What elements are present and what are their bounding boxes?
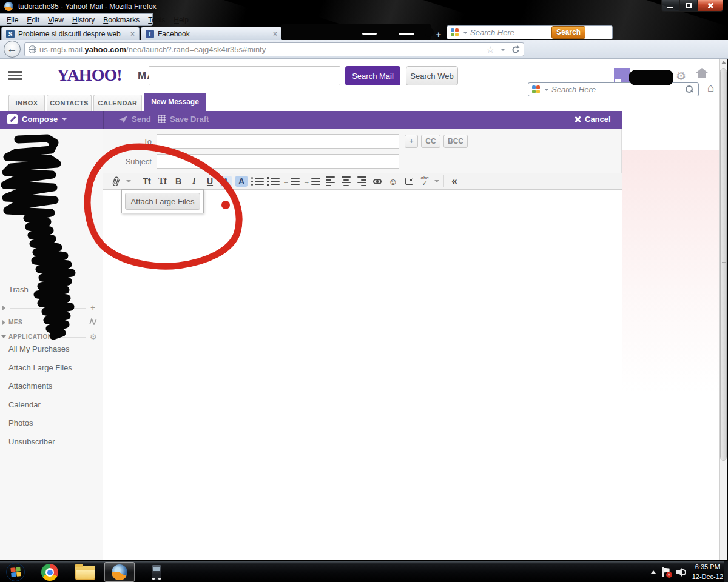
bookmark-star-icon[interactable]: ☆ — [487, 44, 494, 55]
compose-button[interactable]: Compose — [7, 114, 67, 124]
sidebar-app-unsubscriber[interactable]: Unsubscriber — [8, 437, 55, 446]
scrollbar-thumb[interactable] — [720, 68, 727, 461]
font-face-button[interactable]: Tf — [155, 174, 170, 189]
reload-icon[interactable] — [511, 45, 520, 54]
sidebar-app-calendar[interactable]: Calendar — [8, 400, 41, 409]
emoticon-icon[interactable]: ☺ — [385, 174, 401, 189]
nav-search-placeholder[interactable]: Search Here — [551, 85, 596, 94]
back-button[interactable]: ← — [4, 41, 21, 58]
attach-large-files-menuitem[interactable]: Attach Large Files — [125, 193, 200, 210]
link-icon[interactable] — [369, 174, 385, 189]
mail-search-input[interactable] — [149, 66, 340, 85]
toolbar-search-placeholder[interactable]: Search Here — [470, 28, 514, 37]
underline-button[interactable]: U — [202, 174, 218, 189]
gear-icon[interactable]: ⚙ — [676, 69, 686, 83]
explorer-taskbar-icon[interactable] — [75, 566, 95, 580]
search-engine-caret-icon[interactable] — [544, 89, 549, 91]
maximize-button[interactable] — [679, 0, 698, 12]
sidebar-section-applications[interactable]: APPLICATIONS ⚙ — [0, 332, 103, 341]
start-button[interactable] — [6, 563, 25, 581]
insert-image-icon[interactable] — [401, 174, 417, 189]
volume-icon[interactable] — [676, 567, 687, 577]
menu-view[interactable]: View — [44, 15, 68, 25]
indent-icon[interactable]: → — [302, 174, 322, 189]
yahoo-home-icon[interactable] — [696, 68, 708, 78]
tab-calendar[interactable]: CALENDAR — [93, 95, 142, 111]
cancel-button[interactable]: Cancel — [574, 115, 611, 124]
page-scrollbar[interactable] — [719, 59, 727, 560]
toolbar-search-box[interactable]: Search Here Search — [447, 25, 613, 39]
tab-inbox[interactable]: INBOX — [8, 95, 45, 111]
sidebar-section-folders[interactable]: + — [0, 303, 103, 312]
url-text[interactable]: us-mg5.mail.yahoo.com/neo/launch?.rand=e… — [39, 45, 266, 54]
outdent-icon[interactable]: ← — [281, 174, 302, 189]
numbered-list-icon[interactable] — [265, 174, 281, 189]
spellcheck-icon[interactable]: abc✓ — [417, 174, 433, 189]
search-mail-button[interactable]: Search Mail — [345, 66, 400, 85]
tab-contacts[interactable]: CONTACTS — [47, 95, 92, 111]
url-bar[interactable]: us-mg5.mail.yahoo.com/neo/launch?.rand=e… — [24, 42, 524, 56]
align-left-icon[interactable] — [322, 174, 338, 189]
search-web-button[interactable]: Search Web — [406, 66, 458, 85]
bullet-list-icon[interactable] — [249, 174, 265, 189]
highlight-color-button[interactable]: A — [234, 174, 249, 189]
close-button[interactable] — [698, 0, 723, 12]
browser-tab-webmail[interactable]: S Probleme si discutii despre webmail -.… — [1, 27, 140, 41]
align-right-icon[interactable] — [354, 174, 369, 189]
tray-expand-icon[interactable] — [650, 570, 656, 574]
applications-gear-icon[interactable]: ⚙ — [90, 332, 97, 341]
firefox-taskbar-button[interactable] — [104, 562, 135, 582]
tab-close-icon[interactable]: × — [130, 30, 135, 38]
hamburger-menu-icon[interactable] — [8, 71, 22, 80]
align-center-icon[interactable] — [338, 174, 354, 189]
send-button[interactable]: Send — [119, 115, 151, 124]
messenger-status-icon[interactable] — [89, 318, 97, 325]
search-engine-icon[interactable] — [451, 28, 459, 36]
font-size-button[interactable]: Tt — [139, 174, 155, 189]
sidebar-app-attach-large-files[interactable]: Attach Large Files — [8, 363, 72, 372]
bold-button[interactable]: B — [170, 174, 186, 189]
add-folder-icon[interactable]: + — [90, 304, 95, 311]
chevron-down-icon[interactable] — [1, 335, 6, 338]
menu-file[interactable]: File — [2, 15, 22, 25]
show-desktop-button[interactable] — [724, 561, 728, 582]
action-center-flag-icon[interactable]: × — [662, 567, 670, 577]
browser-home-icon[interactable]: ⌂ — [707, 81, 714, 95]
subject-input[interactable] — [157, 154, 399, 169]
menu-help[interactable]: Help — [169, 15, 193, 25]
tab-new-message[interactable]: New Message — [144, 93, 206, 111]
search-go-button[interactable]: Search — [551, 26, 585, 39]
tab-close-icon[interactable]: × — [273, 30, 277, 38]
taskbar-clock[interactable]: 6:35 PM 12-Dec-12 — [692, 563, 723, 582]
menu-history[interactable]: History — [68, 15, 99, 25]
nav-search-box[interactable]: Search Here — [528, 82, 699, 96]
collapse-toolbar-icon[interactable]: « — [447, 174, 462, 189]
new-tab-button[interactable]: + — [432, 29, 445, 40]
text-color-button[interactable]: A — [218, 174, 234, 189]
sidebar-app-photos[interactable]: Photos — [8, 418, 33, 427]
menu-edit[interactable]: Edit — [22, 15, 44, 25]
save-draft-button[interactable]: Save Draft — [158, 115, 209, 124]
chrome-taskbar-icon[interactable] — [41, 564, 58, 581]
truck-game-taskbar-icon[interactable] — [146, 565, 167, 580]
add-recipient-button[interactable]: + — [405, 135, 418, 148]
spellcheck-caret-icon[interactable] — [433, 174, 441, 189]
chevron-right-icon[interactable] — [2, 320, 5, 325]
sidebar-item-trash[interactable]: Trash — [8, 285, 29, 294]
search-engine-caret-icon[interactable] — [463, 32, 468, 34]
cc-button[interactable]: CC — [421, 135, 440, 148]
to-input[interactable] — [157, 134, 399, 149]
browser-tab-facebook[interactable]: f Facebook × — [141, 27, 282, 41]
attach-file-icon[interactable] — [106, 172, 126, 190]
chevron-right-icon[interactable] — [2, 306, 5, 310]
bcc-button[interactable]: BCC — [443, 135, 468, 148]
attach-caret-icon[interactable] — [124, 174, 133, 189]
avatar[interactable] — [614, 68, 630, 84]
search-engine-icon[interactable] — [532, 85, 540, 93]
yahoo-logo[interactable]: YAHOO! — [57, 65, 122, 85]
sidebar-section-messenger[interactable]: MES — [0, 318, 103, 326]
scroll-up-icon[interactable] — [721, 61, 726, 64]
search-icon[interactable] — [686, 85, 693, 93]
menu-tools[interactable]: Tools — [144, 15, 169, 25]
menu-bookmarks[interactable]: Bookmarks — [99, 15, 144, 25]
